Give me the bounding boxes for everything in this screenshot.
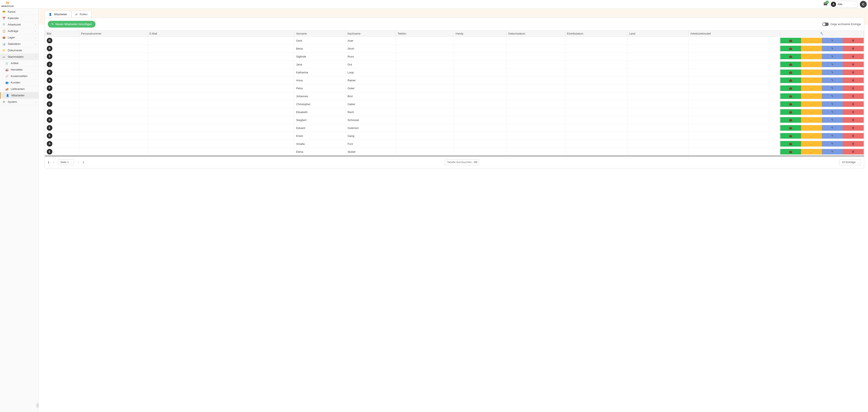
sidebar-item-mitarbeiter[interactable]: 👤Mitarbeiter bbox=[0, 92, 38, 99]
column-header[interactable]: Geburtsdatum bbox=[506, 31, 565, 37]
row-delete-button[interactable]: 🗑 bbox=[843, 133, 864, 139]
row-key-button[interactable]: 🔑 bbox=[801, 149, 822, 154]
row-edit-button[interactable]: ✎ bbox=[822, 46, 843, 51]
sidebar-item-lager[interactable]: 📦Lager⌄ bbox=[0, 34, 38, 41]
sidebar-item-system[interactable]: ⚙System⌄ bbox=[0, 99, 38, 105]
column-header[interactable]: Handy bbox=[454, 31, 506, 37]
row-edit-button[interactable]: ✎ bbox=[822, 101, 843, 107]
row-edit-button[interactable]: ✎ bbox=[822, 117, 843, 123]
notifications-button[interactable]: 0 bbox=[824, 2, 828, 7]
row-edit-button[interactable]: ✎ bbox=[822, 93, 843, 99]
page-2-link[interactable]: 2 bbox=[83, 161, 84, 164]
row-archive-button[interactable]: 💼 bbox=[780, 62, 801, 67]
row-archive-button[interactable]: 💼 bbox=[780, 78, 801, 83]
row-edit-button[interactable]: ✎ bbox=[822, 54, 843, 59]
entries-per-page-select[interactable]: 15 Einträge ⌄ bbox=[839, 159, 861, 165]
row-archive-button[interactable]: 💼 bbox=[780, 69, 801, 75]
row-delete-button[interactable]: 🗑 bbox=[843, 62, 864, 67]
row-edit-button[interactable]: ✎ bbox=[822, 141, 843, 147]
page-next-button[interactable]: › bbox=[77, 160, 80, 165]
row-archive-button[interactable]: 💼 bbox=[780, 46, 801, 51]
row-delete-button[interactable]: 🗑 bbox=[843, 141, 864, 147]
row-delete-button[interactable]: 🗑 bbox=[843, 149, 864, 154]
tab-employees[interactable]: 👤 Mitarbeiter bbox=[44, 11, 71, 18]
row-edit-button[interactable]: ✎ bbox=[822, 38, 843, 43]
sidebar-item-kostenstellen[interactable]: 📈Kostenstellen bbox=[0, 73, 38, 79]
row-key-button[interactable]: 🔑 bbox=[801, 133, 822, 139]
column-header[interactable]: Arbeitszeitmodell bbox=[688, 31, 780, 37]
row-edit-button[interactable]: ✎ bbox=[822, 133, 843, 139]
row-edit-button[interactable]: ✎ bbox=[822, 62, 843, 67]
row-key-button[interactable]: 🔑 bbox=[801, 85, 822, 91]
actions-column-header[interactable]: 🔧 bbox=[780, 31, 864, 37]
row-delete-button[interactable]: 🗑 bbox=[843, 117, 864, 123]
sidebar-item-artikel[interactable]: 🛒Artikel bbox=[0, 60, 38, 66]
row-key-button[interactable]: 🔑 bbox=[801, 101, 822, 107]
row-key-button[interactable]: 🔑 bbox=[801, 109, 822, 115]
row-archive-button[interactable]: 💼 bbox=[780, 38, 801, 43]
row-archive-button[interactable]: 💼 bbox=[780, 93, 801, 99]
sidebar-item-stammdaten[interactable]: 🗂Stammdaten⌃ bbox=[0, 54, 38, 60]
row-archive-button[interactable]: 💼 bbox=[780, 54, 801, 59]
row-delete-button[interactable]: 🗑 bbox=[843, 38, 864, 43]
row-delete-button[interactable]: 🗑 bbox=[843, 125, 864, 131]
page-prev-button[interactable]: ‹ bbox=[52, 160, 55, 165]
location-select[interactable]: A Alle ⌄ bbox=[830, 1, 858, 8]
sidebar-collapse-button[interactable]: ← bbox=[36, 403, 39, 408]
row-archive-button[interactable]: 💼 bbox=[780, 125, 801, 131]
row-edit-button[interactable]: ✎ bbox=[822, 78, 843, 83]
sidebar-item-arbeitszeit[interactable]: ⏱Arbeitszeit⌄ bbox=[0, 22, 38, 28]
sidebar-item-dokumente[interactable]: 📁Dokumente bbox=[0, 47, 38, 54]
row-edit-button[interactable]: ✎ bbox=[822, 85, 843, 91]
row-delete-button[interactable]: 🗑 bbox=[843, 101, 864, 107]
brand-logo[interactable]: W WEBOFFICE bbox=[0, 1, 14, 7]
row-key-button[interactable]: 🔑 bbox=[801, 46, 822, 51]
sidebar-item-kasse[interactable]: 💳Kasse bbox=[0, 8, 38, 15]
sidebar-item-statistiken[interactable]: 📊Statistiken⌄ bbox=[0, 41, 38, 47]
row-key-button[interactable]: 🔑 bbox=[801, 69, 822, 75]
column-header[interactable]: Bild bbox=[45, 31, 79, 37]
row-key-button[interactable]: 🔑 bbox=[801, 117, 822, 123]
row-key-button[interactable]: 🔑 bbox=[801, 125, 822, 131]
table-search[interactable]: ⌨ bbox=[445, 159, 479, 165]
column-header[interactable]: Telefon bbox=[396, 31, 454, 37]
sidebar-item-kunden[interactable]: 👥Kunden bbox=[0, 79, 38, 86]
tab-roles[interactable]: ⇄ Rollen bbox=[71, 11, 92, 18]
row-key-button[interactable]: 🔑 bbox=[801, 62, 822, 67]
row-edit-button[interactable]: ✎ bbox=[822, 69, 843, 75]
column-header[interactable]: Eintrittsdatum bbox=[565, 31, 627, 37]
row-delete-button[interactable]: 🗑 bbox=[843, 69, 864, 75]
row-archive-button[interactable]: 💼 bbox=[780, 133, 801, 139]
page-select[interactable]: Seite 1 ⌄ bbox=[58, 159, 74, 165]
row-edit-button[interactable]: ✎ bbox=[822, 109, 843, 115]
row-archive-button[interactable]: 💼 bbox=[780, 117, 801, 123]
add-employee-button[interactable]: ✎ Neuen Mitarbeiter hinzufügen bbox=[48, 21, 95, 27]
page-1-link[interactable]: 1 bbox=[48, 161, 49, 164]
column-header[interactable]: Nachname bbox=[346, 31, 396, 37]
row-edit-button[interactable]: ✎ bbox=[822, 125, 843, 131]
row-delete-button[interactable]: 🗑 bbox=[843, 46, 864, 51]
row-key-button[interactable]: 🔑 bbox=[801, 78, 822, 83]
sidebar-item-hersteller[interactable]: 🏭Hersteller bbox=[0, 66, 38, 73]
row-archive-button[interactable]: 💼 bbox=[780, 149, 801, 154]
row-archive-button[interactable]: 💼 bbox=[780, 85, 801, 91]
row-delete-button[interactable]: 🗑 bbox=[843, 78, 864, 83]
row-key-button[interactable]: 🔑 bbox=[801, 93, 822, 99]
column-header[interactable]: E-Mail bbox=[148, 31, 294, 37]
row-delete-button[interactable]: 🗑 bbox=[843, 85, 864, 91]
row-archive-button[interactable]: 💼 bbox=[780, 109, 801, 115]
row-key-button[interactable]: 🔑 bbox=[801, 141, 822, 147]
row-delete-button[interactable]: 🗑 bbox=[843, 109, 864, 115]
column-header[interactable]: Personalnummer bbox=[79, 31, 148, 37]
row-delete-button[interactable]: 🗑 bbox=[843, 54, 864, 59]
row-archive-button[interactable]: 💼 bbox=[780, 141, 801, 147]
column-header[interactable]: Vorname bbox=[294, 31, 346, 37]
sidebar-item-lieferanten[interactable]: 🚚Lieferanten bbox=[0, 86, 38, 92]
column-header[interactable]: Land bbox=[627, 31, 689, 37]
row-delete-button[interactable]: 🗑 bbox=[843, 93, 864, 99]
row-key-button[interactable]: 🔑 bbox=[801, 38, 822, 43]
archived-toggle[interactable] bbox=[822, 23, 829, 26]
sidebar-item-aufträge[interactable]: 📋Aufträge⌄ bbox=[0, 28, 38, 34]
row-edit-button[interactable]: ✎ bbox=[822, 149, 843, 154]
row-archive-button[interactable]: 💼 bbox=[780, 101, 801, 107]
